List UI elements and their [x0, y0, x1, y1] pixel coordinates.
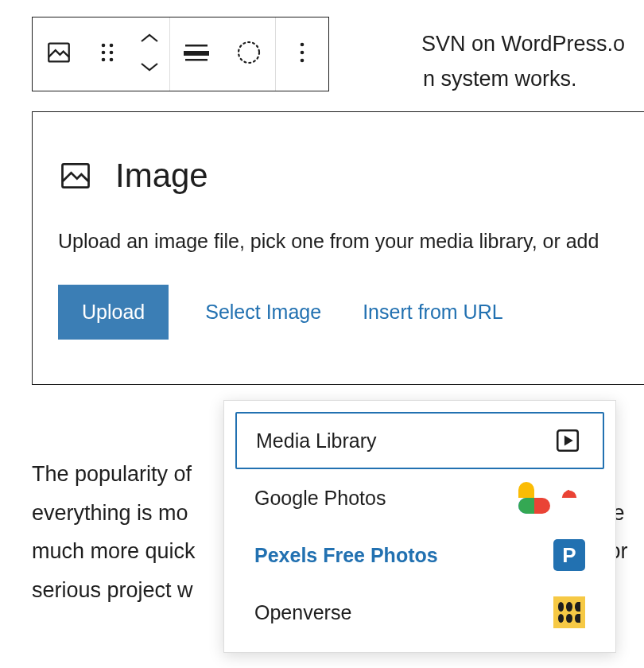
block-toolbar — [32, 17, 329, 91]
dropdown-item-google-photos[interactable]: Google Photos — [235, 469, 604, 526]
align-icon — [184, 42, 209, 66]
dropdown-item-label: Media Library — [256, 429, 552, 452]
svg-rect-9 — [185, 59, 208, 61]
google-photos-icon — [553, 482, 585, 514]
svg-point-12 — [301, 51, 305, 55]
svg-point-6 — [110, 58, 114, 62]
insert-from-url-button[interactable]: Insert from URL — [358, 300, 507, 324]
play-square-icon — [552, 425, 584, 456]
dropdown-item-label: Openverse — [254, 601, 553, 624]
options-button[interactable] — [276, 17, 328, 91]
svg-point-10 — [239, 42, 259, 63]
dropdown-item-media-library[interactable]: Media Library — [235, 412, 604, 469]
svg-point-11 — [301, 43, 305, 47]
background-text-line-2: n system works. — [423, 62, 577, 96]
block-action-row: Upload Select Image Insert from URL — [58, 285, 634, 340]
upload-button[interactable]: Upload — [58, 285, 169, 340]
chevron-up-icon — [139, 33, 160, 44]
svg-point-13 — [301, 59, 305, 63]
svg-point-2 — [110, 44, 114, 48]
drag-icon — [99, 41, 115, 67]
block-type-button[interactable] — [33, 17, 85, 91]
select-image-dropdown: Media Library Google Photos — [223, 400, 616, 653]
drag-handle[interactable] — [85, 17, 130, 91]
svg-rect-7 — [185, 45, 208, 47]
svg-point-5 — [102, 58, 106, 62]
svg-rect-8 — [184, 51, 209, 56]
dropdown-item-openverse[interactable]: Openverse — [235, 584, 604, 641]
select-image-button[interactable]: Select Image — [200, 300, 326, 324]
svg-point-4 — [110, 51, 114, 55]
image-block-placeholder: Image Upload an image file, pick one fro… — [32, 111, 644, 385]
svg-point-3 — [102, 51, 106, 55]
image-block-icon — [45, 39, 72, 69]
pexels-icon: P — [553, 539, 585, 571]
duotone-button[interactable] — [223, 17, 275, 91]
image-icon — [58, 158, 93, 193]
dropdown-item-label: Google Photos — [254, 487, 553, 510]
more-vertical-icon — [299, 41, 305, 67]
dropdown-item-pexels[interactable]: Pexels Free Photos P — [235, 526, 604, 584]
move-down-button[interactable] — [139, 61, 160, 76]
background-text-line-1: SVN on WordPress.o — [421, 27, 625, 61]
openverse-icon — [553, 596, 585, 628]
dotted-circle-icon — [236, 40, 262, 68]
chevron-down-icon — [139, 61, 160, 72]
block-title: Image — [115, 157, 208, 195]
svg-point-1 — [102, 44, 106, 48]
move-up-button[interactable] — [139, 33, 160, 47]
align-button[interactable] — [170, 17, 223, 91]
block-description: Upload an image file, pick one from your… — [58, 230, 634, 253]
dropdown-item-label: Pexels Free Photos — [254, 544, 553, 567]
